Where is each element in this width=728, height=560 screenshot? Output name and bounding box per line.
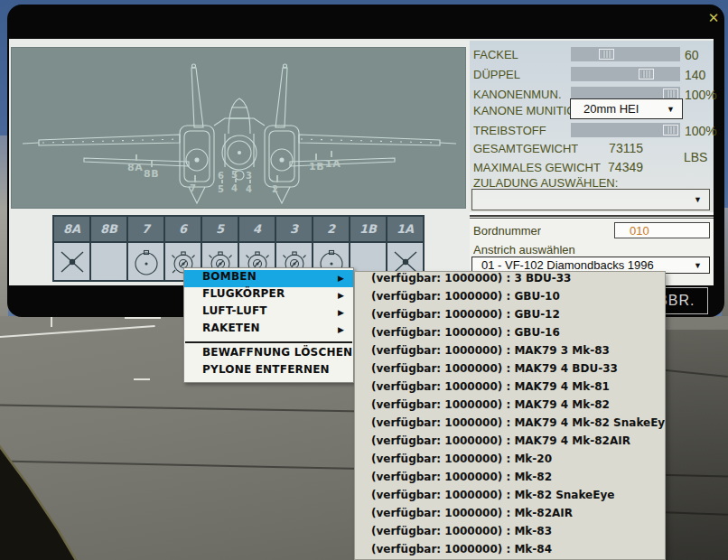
pylon-header-1a: 1A [387,217,423,241]
submenu-item-mk-82-snakeeye[interactable]: (verfügbar: 1000000) : Mk-82 SnakeEye [355,489,665,507]
submenu-item-mk-84[interactable]: (verfügbar: 1000000) : Mk-84 [355,543,665,560]
gun-ammo-type-label: KANONE MUNITIC [473,104,571,117]
flares-slider[interactable] [571,47,680,61]
chaff-label: DÜPPEL [473,68,520,81]
submenu-item-mak79-4-mk-82air[interactable]: (verfügbar: 1000000) : MAK79 4 Mk-82AIR [355,434,665,453]
submenu-arrow-icon: ▶ [338,304,344,322]
chaff-value: 140 [685,68,705,82]
station-label-1a: 1A [325,158,341,170]
submenu-item-gbu-12[interactable]: (verfügbar: 1000000) : GBU-12 [355,308,665,326]
submenu-item-mak79-4-mk-82-snakeeye[interactable]: (verfügbar: 1000000) : MAK79 4 Mk-82 Sna… [355,416,665,434]
board-number-label: Bordnummer [473,224,541,238]
loadout-select-dropdown[interactable]: ▼ [471,189,710,210]
station-label-8a: 8A [127,162,143,173]
flares-slider-handle[interactable] [599,49,614,60]
station-label-1b: 1B [309,161,324,173]
submenu-item-mak79-3-mk-83[interactable]: (verfügbar: 1000000) : MAK79 3 Mk-83 [355,344,665,362]
board-number-input[interactable] [614,222,710,238]
tank-circle-icon [129,245,163,279]
gun-ammo-type-dropdown[interactable]: 20mm HEI ▼ [570,98,683,119]
lane-marking [125,317,161,319]
dropdown-arrow-icon: ▼ [694,195,702,204]
fuel-slider[interactable] [571,123,680,137]
fuel-slider-handle[interactable] [663,125,678,135]
tarmac-shadow [664,330,728,560]
station-label-5b: 5 [218,184,224,194]
pylon-cell-8a[interactable] [54,243,89,280]
loadout-select-label: ZULADUNG AUSWÄHLEN: [473,176,618,190]
pylon-header-2: 2 [313,217,349,241]
pylon-header-5: 5 [202,217,238,241]
total-weight-value: 73115 [609,141,643,155]
fuel-label: TREIBSTOFF [473,124,546,137]
submenu-item-mak79-4-mk-81[interactable]: (verfügbar: 1000000) : MAK79 4 Mk-81 [355,380,665,398]
station-label-8b: 8B [144,168,159,180]
submenu-item-mk-20[interactable]: (verfügbar: 1000000) : Mk-20 [355,453,665,471]
menu-item-label: BEWAFFNUNG LÖSCHEN [202,346,352,359]
pylon-header-8a: 8A [54,217,89,241]
menu-item-label: FLUGKÖRPER [202,287,285,300]
livery-select-label: Anstrich auswählen [473,243,575,257]
lane-marking [51,316,52,327]
station-label-7: 7 [190,183,196,193]
max-weight-value: 74349 [608,160,643,174]
pylon-header-3: 3 [276,217,312,241]
livery-value: 01 - VF-102 Diamondbacks 1996 [481,258,654,272]
station-label-2: 2 [272,184,278,194]
menu-item-label: BOMBEN [202,270,257,283]
gun-ammo-label: KANONENMUN. [473,88,562,101]
chaff-slider-handle[interactable] [639,69,654,79]
station-label-4b: 4 [246,184,252,194]
missile-cross-icon [55,245,89,279]
menu-item-bomben[interactable]: BOMBEN▶ [184,270,353,287]
submenu-item-mk-82[interactable]: (verfügbar: 1000000) : Mk-82 [355,471,665,489]
fuel-value: 100% [685,124,717,138]
menu-item-pylone-entfernen[interactable]: PYLONE ENTFERNEN [184,363,353,380]
weight-unit-label: LBS [684,150,707,164]
dropdown-arrow-icon: ▼ [694,261,702,270]
close-icon[interactable]: ✕ [705,8,723,28]
pylon-cell-8b[interactable] [91,243,126,280]
chaff-slider[interactable] [571,67,680,81]
flares-label: FACKEL [473,48,518,61]
f14-front-view-drawing [12,48,465,208]
total-weight-label: GESAMTGEWICHT [473,142,578,155]
pylon-header-1b: 1B [350,217,386,241]
flares-value: 60 [685,48,699,62]
submenu-item-3-bdu-33[interactable]: (verfügbar: 1000000) : 3 BDU-33 [355,272,665,290]
submenu-item-mak79-4-mk-82[interactable]: (verfügbar: 1000000) : MAK79 4 Mk-82 [355,398,665,416]
menu-item-bewaffnung-loeschen[interactable]: BEWAFFNUNG LÖSCHEN [184,346,353,363]
menu-item-flugkoerper[interactable]: FLUGKÖRPER▶ [184,287,353,304]
menu-item-label: LUFT-LUFT [202,304,267,317]
lane-marking [134,378,150,380]
pylon-header-4: 4 [239,217,275,241]
pylon-header-6: 6 [165,217,201,241]
submenu-arrow-icon: ▶ [338,270,344,287]
menu-item-luft-luft[interactable]: LUFT-LUFT▶ [184,304,353,322]
submenu-arrow-icon: ▶ [338,287,344,304]
pylon-header-8b: 8B [91,217,126,241]
submenu-arrow-icon: ▶ [338,322,344,339]
bombs-submenu: (verfügbar: 1000000) : 3 BDU-33 (verfügb… [354,271,666,560]
lane-marking [0,325,155,338]
rearm-loadout-screen: ✕ [0,0,728,560]
submenu-item-mk-82air[interactable]: (verfügbar: 1000000) : Mk-82AIR [355,507,665,525]
pylon-cell-7[interactable] [128,243,163,280]
max-weight-label: MAXIMALES GEWICHT [473,161,601,174]
aircraft-top-view [11,47,466,209]
menu-item-label: PYLONE ENTFERNEN [202,363,330,376]
menu-item-raketen[interactable]: RAKETEN▶ [184,322,353,339]
gun-ammo-type-value: 20mm HEI [583,102,639,116]
station-label-4: 4 [231,183,238,193]
menu-separator [185,341,352,343]
submenu-item-mak79-4-bdu-33[interactable]: (verfügbar: 1000000) : MAK79 4 BDU-33 [355,362,665,380]
submenu-item-gbu-16[interactable]: (verfügbar: 1000000) : GBU-16 [355,326,665,344]
menu-item-label: RAKETEN [202,322,260,334]
weapon-context-menu: BOMBEN▶ FLUGKÖRPER▶ LUFT-LUFT▶ RAKETEN▶ … [183,267,354,383]
submenu-item-mk-83[interactable]: (verfügbar: 1000000) : Mk-83 [355,525,665,543]
pylon-header-7: 7 [128,217,163,241]
gun-ammo-value: 100% [685,88,717,102]
submenu-item-gbu-10[interactable]: (verfügbar: 1000000) : GBU-10 [355,290,665,308]
dropdown-arrow-icon: ▼ [667,105,675,114]
ordnance-settings-panel: FACKEL 60 DÜPPEL 140 KANONENMUN. 100% KA… [470,41,714,217]
